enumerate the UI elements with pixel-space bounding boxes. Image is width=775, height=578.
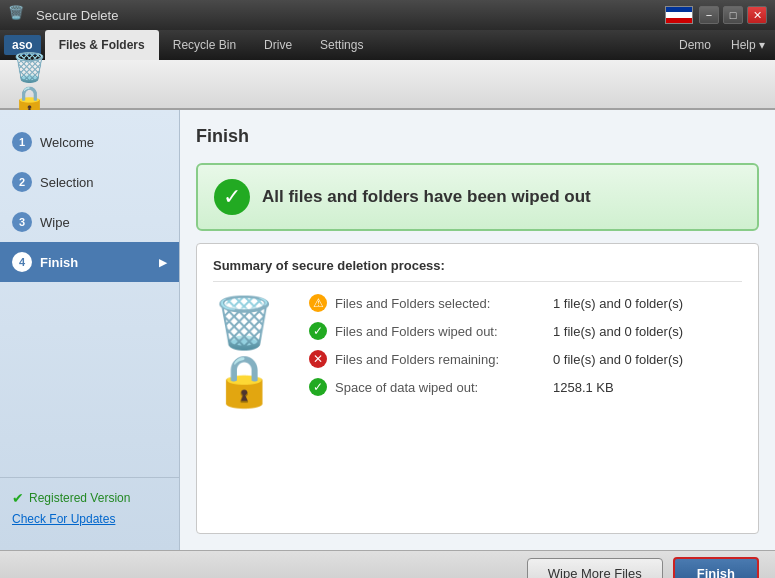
check-updates-link[interactable]: Check For Updates bbox=[12, 512, 167, 526]
error-icon-remaining: ✕ bbox=[309, 350, 327, 368]
sidebar-item-wipe[interactable]: 3 Wipe bbox=[0, 202, 179, 242]
demo-link[interactable]: Demo bbox=[673, 34, 717, 56]
row-label-wiped: Files and Folders wiped out: bbox=[335, 324, 545, 339]
row-value-space: 1258.1 KB bbox=[553, 380, 614, 395]
wipe-more-button[interactable]: Wipe More Files bbox=[527, 558, 663, 578]
window-controls: − □ ✕ bbox=[699, 6, 767, 24]
warn-icon: ⚠ bbox=[309, 294, 327, 312]
success-icon-wiped: ✓ bbox=[309, 322, 327, 340]
language-flag-icon[interactable] bbox=[665, 6, 693, 24]
sidebar-item-wipe-label: Wipe bbox=[40, 215, 70, 230]
registered-label: Registered Version bbox=[29, 491, 130, 505]
help-menu[interactable]: Help ▾ bbox=[725, 34, 771, 56]
sidebar: 1 Welcome 2 Selection 3 Wipe 4 Finish ▶ … bbox=[0, 110, 180, 550]
row-value-wiped: 1 file(s) and 0 folder(s) bbox=[553, 324, 683, 339]
minimize-button[interactable]: − bbox=[699, 6, 719, 24]
success-icon-space: ✓ bbox=[309, 378, 327, 396]
row-label-remaining: Files and Folders remaining: bbox=[335, 352, 545, 367]
row-label-selected: Files and Folders selected: bbox=[335, 296, 545, 311]
app-header: 🗑️🔒 bbox=[0, 60, 775, 110]
step-4-circle: 4 bbox=[12, 252, 32, 272]
step-2-circle: 2 bbox=[12, 172, 32, 192]
tab-drive[interactable]: Drive bbox=[250, 30, 306, 60]
success-message: All files and folders have been wiped ou… bbox=[262, 187, 591, 207]
sidebar-bottom: ✔ Registered Version Check For Updates bbox=[0, 477, 179, 538]
sidebar-item-finish[interactable]: 4 Finish ▶ bbox=[0, 242, 179, 282]
sidebar-item-welcome-label: Welcome bbox=[40, 135, 94, 150]
sidebar-item-finish-label: Finish bbox=[40, 255, 78, 270]
title-bar-left: 🗑️ Secure Delete bbox=[8, 5, 118, 25]
summary-row-space: ✓ Space of data wiped out: 1258.1 KB bbox=[309, 378, 742, 396]
sidebar-item-welcome[interactable]: 1 Welcome bbox=[0, 122, 179, 162]
summary-title: Summary of secure deletion process: bbox=[213, 258, 742, 282]
sidebar-item-selection-label: Selection bbox=[40, 175, 93, 190]
summary-row-remaining: ✕ Files and Folders remaining: 0 file(s)… bbox=[309, 350, 742, 368]
step-3-circle: 3 bbox=[12, 212, 32, 232]
summary-row-wiped: ✓ Files and Folders wiped out: 1 file(s)… bbox=[309, 322, 742, 340]
tab-files-folders[interactable]: Files & Folders bbox=[45, 30, 159, 60]
registered-badge: ✔ Registered Version bbox=[12, 490, 167, 506]
app-icon: 🗑️ bbox=[8, 5, 28, 25]
tab-settings[interactable]: Settings bbox=[306, 30, 377, 60]
registered-check-icon: ✔ bbox=[12, 490, 24, 506]
success-banner: ✓ All files and folders have been wiped … bbox=[196, 163, 759, 231]
sidebar-item-selection[interactable]: 2 Selection bbox=[0, 162, 179, 202]
menu-right-items: Demo Help ▾ bbox=[673, 34, 771, 56]
app-logo-icon: 🗑️🔒 bbox=[12, 64, 52, 104]
summary-rows: ⚠ Files and Folders selected: 1 file(s) … bbox=[309, 294, 742, 410]
shredder-icon: 🗑️🔒 bbox=[12, 51, 52, 117]
step-1-circle: 1 bbox=[12, 132, 32, 152]
row-value-selected: 1 file(s) and 0 folder(s) bbox=[553, 296, 683, 311]
maximize-button[interactable]: □ bbox=[723, 6, 743, 24]
row-label-space: Space of data wiped out: bbox=[335, 380, 545, 395]
title-bar-right: − □ ✕ bbox=[665, 6, 767, 24]
sidebar-arrow-icon: ▶ bbox=[159, 257, 167, 268]
close-button[interactable]: ✕ bbox=[747, 6, 767, 24]
shredder-lock-icon: 🗑️🔒 bbox=[213, 294, 293, 410]
title-bar: 🗑️ Secure Delete − □ ✕ bbox=[0, 0, 775, 30]
summary-image: 🗑️🔒 bbox=[213, 294, 293, 410]
finish-button[interactable]: Finish bbox=[673, 557, 759, 578]
summary-row-selected: ⚠ Files and Folders selected: 1 file(s) … bbox=[309, 294, 742, 312]
footer: Wipe More Files Finish bbox=[0, 550, 775, 578]
row-value-remaining: 0 file(s) and 0 folder(s) bbox=[553, 352, 683, 367]
summary-box: Summary of secure deletion process: 🗑️🔒 … bbox=[196, 243, 759, 534]
page-title: Finish bbox=[196, 126, 759, 147]
tab-recycle-bin[interactable]: Recycle Bin bbox=[159, 30, 250, 60]
content-area: Finish ✓ All files and folders have been… bbox=[180, 110, 775, 550]
window-title: Secure Delete bbox=[36, 8, 118, 23]
summary-content: 🗑️🔒 ⚠ Files and Folders selected: 1 file… bbox=[213, 294, 742, 410]
menu-bar: aso Files & Folders Recycle Bin Drive Se… bbox=[0, 30, 775, 60]
main-layout: 1 Welcome 2 Selection 3 Wipe 4 Finish ▶ … bbox=[0, 110, 775, 550]
success-icon: ✓ bbox=[214, 179, 250, 215]
